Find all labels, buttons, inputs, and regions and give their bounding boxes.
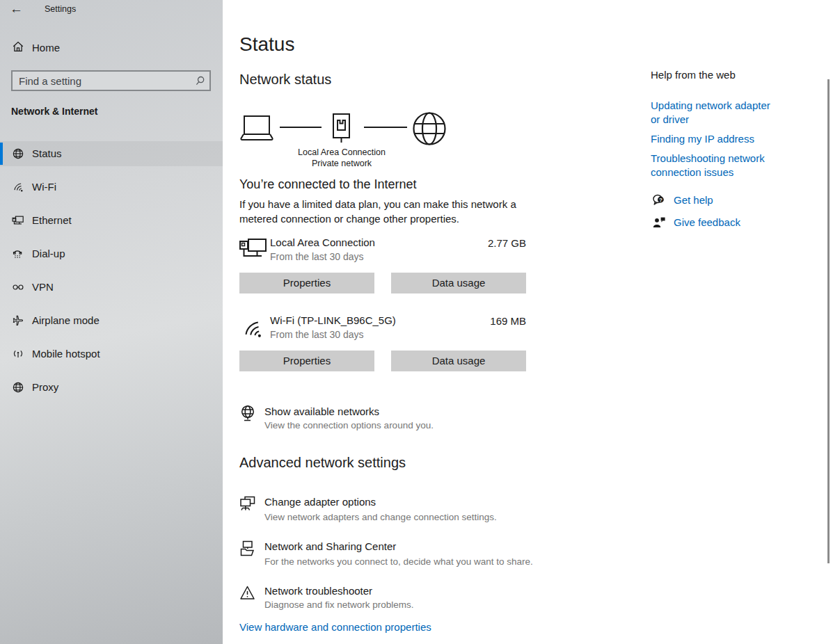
advanced-item-subtitle: View network adapters and change connect… [264, 512, 497, 522]
properties-button[interactable]: Properties [239, 351, 374, 371]
adapter-period: From the last 30 days [270, 251, 364, 262]
diagram-link-line [280, 127, 322, 128]
adapter-usage: 2.77 GB [387, 237, 526, 249]
sidebar-item-label: Airplane mode [32, 314, 100, 326]
connection-state-heading: You’re connected to the Internet [239, 177, 417, 192]
help-panel: Help from the web Updating network adapt… [651, 69, 825, 185]
view-hardware-link[interactable]: View hardware and connection properties [239, 621, 431, 633]
wifi-icon [12, 181, 24, 193]
help-link-updating-adapter[interactable]: Updating network adapter or driver [651, 99, 779, 127]
connection-description: If you have a limited data plan, you can… [239, 197, 516, 226]
data-usage-button[interactable]: Data usage [391, 351, 526, 371]
airplane-icon [12, 314, 24, 327]
sidebar-item-hotspot[interactable]: Mobile hotspot [0, 341, 223, 367]
vpn-icon [12, 281, 24, 293]
description-line: If you have a limited data plan, you can… [239, 197, 516, 211]
network-diagram: Local Area Connection Private network [239, 111, 469, 170]
sidebar-item-status[interactable]: Status [0, 141, 223, 166]
sidebar-item-dialup[interactable]: Dial-up [0, 241, 223, 266]
sidebar-item-airplane[interactable]: Airplane mode [0, 308, 223, 333]
adapter-usage: 169 MB [387, 315, 526, 327]
sidebar-item-label: Proxy [32, 381, 58, 393]
adapter-options-icon [239, 496, 255, 513]
home-icon [12, 40, 24, 53]
search-input[interactable] [11, 70, 211, 91]
proxy-globe-icon [12, 381, 24, 394]
sidebar-item-ethernet[interactable]: Ethernet [0, 208, 223, 233]
properties-button[interactable]: Properties [239, 273, 374, 293]
advanced-item-subtitle: Diagnose and fix network problems. [264, 599, 414, 610]
vertical-scrollbar[interactable] [827, 79, 830, 563]
sidebar-section-header: Network & Internet [11, 106, 97, 117]
help-heading: Help from the web [651, 69, 825, 81]
help-link-ip-address[interactable]: Finding my IP address [651, 132, 779, 146]
hotspot-icon [12, 348, 24, 360]
svg-text:?: ? [659, 197, 663, 203]
sidebar-item-home[interactable]: Home [0, 38, 223, 60]
warning-triangle-icon [239, 585, 255, 601]
help-actions: ? Get help Give feedback [651, 193, 825, 237]
sidebar-item-proxy[interactable]: Proxy [0, 375, 223, 400]
search-icon[interactable] [195, 75, 206, 86]
sidebar: ← Settings Home Network & Internet [0, 0, 223, 644]
get-help-label[interactable]: Get help [674, 194, 713, 206]
network-status-heading: Network status [239, 72, 331, 88]
get-help-action[interactable]: ? Get help [651, 193, 825, 215]
diagram-link-line [364, 127, 407, 128]
sidebar-item-label: Mobile hotspot [32, 348, 100, 360]
help-link-troubleshooting[interactable]: Troubleshooting network connection issue… [651, 152, 779, 179]
ethernet-icon [12, 214, 24, 227]
selected-accent-bar [0, 143, 3, 165]
advanced-settings-heading: Advanced network settings [239, 455, 406, 471]
sidebar-item-label: VPN [32, 281, 54, 293]
diagram-connection-name: Local Area Connection [272, 147, 411, 157]
network-globe-icon [12, 147, 24, 160]
sidebar-item-label: Dial-up [32, 248, 65, 259]
sidebar-nav: Status Wi-Fi [0, 141, 223, 408]
sidebar-item-label: Ethernet [32, 214, 72, 226]
sharing-center-icon [239, 540, 255, 557]
advanced-item-title[interactable]: Network and Sharing Center [264, 540, 396, 552]
pc-icon [239, 114, 274, 142]
ethernet-connection-icon [332, 113, 351, 143]
advanced-item-title[interactable]: Change adapter options [264, 496, 376, 508]
sidebar-item-vpn[interactable]: VPN [0, 275, 223, 300]
sidebar-item-label: Wi-Fi [32, 181, 56, 193]
show-networks-subtitle: View the connection options around you. [264, 420, 434, 430]
back-button[interactable]: ← [10, 1, 23, 17]
available-networks-icon [239, 405, 256, 423]
adapter-name: Local Area Connection [270, 236, 375, 248]
sidebar-home-label: Home [32, 42, 60, 54]
description-line: metered connection or change other prope… [239, 211, 516, 226]
page-title: Status [239, 33, 294, 56]
search-box [11, 70, 211, 91]
internet-globe-icon [411, 111, 447, 147]
sidebar-item-wifi[interactable]: Wi-Fi [0, 175, 223, 200]
data-usage-button[interactable]: Data usage [391, 273, 526, 293]
titlebar: ← Settings [0, 0, 223, 22]
advanced-item-title[interactable]: Network troubleshooter [264, 585, 372, 597]
dialup-icon [12, 248, 24, 260]
show-networks-title[interactable]: Show available networks [264, 405, 379, 417]
get-help-icon: ? [652, 193, 666, 207]
give-feedback-icon [652, 216, 666, 230]
adapter-name: Wi-Fi (TP-LINK_B96C_5G) [270, 314, 396, 326]
wifi-adapter-icon [241, 317, 264, 341]
settings-window: ← Settings Home Network & Internet [0, 0, 833, 644]
advanced-item-subtitle: For the networks you connect to, decide … [264, 556, 533, 567]
ethernet-adapter-icon [239, 238, 267, 260]
app-title: Settings [45, 4, 76, 14]
give-feedback-label[interactable]: Give feedback [674, 216, 740, 228]
sidebar-item-label: Status [32, 147, 62, 159]
give-feedback-action[interactable]: Give feedback [651, 215, 825, 237]
diagram-network-type: Private network [272, 159, 411, 168]
adapter-period: From the last 30 days [270, 329, 364, 340]
